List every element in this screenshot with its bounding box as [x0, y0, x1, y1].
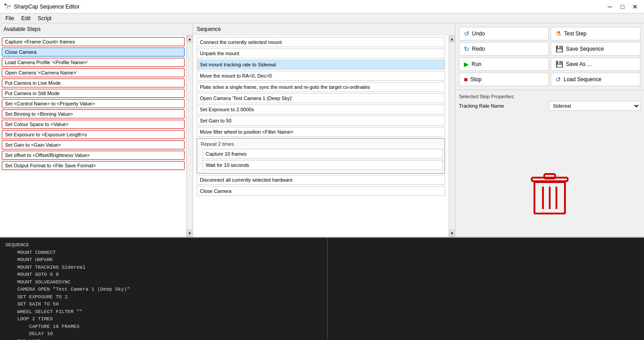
steps-scroll: Capture <Frame Count> frames Close Camer… [0, 35, 193, 237]
step-put-still-mode[interactable]: Put Camera in Still Mode [2, 89, 185, 98]
seq-item-after-1[interactable]: Close Camera [197, 186, 445, 196]
seq-item-4[interactable]: Plate solve a single frame, sync the mou… [197, 82, 445, 92]
run-icon: ▶ [464, 61, 469, 68]
menu-file[interactable]: File [2, 14, 18, 22]
flask-icon: ⚗ [556, 30, 561, 37]
minimize-button[interactable]: ─ [604, 2, 615, 11]
sequence-header: Sequence [193, 23, 455, 35]
load-sequence-label: Load Sequence [564, 76, 601, 83]
step-set-binning[interactable]: Set Binning to <Binning Value> [2, 109, 185, 118]
close-button[interactable]: ✕ [630, 2, 640, 11]
test-step-label: Test Step [564, 31, 587, 37]
code-area-left: SEQUENCE MOUNT CONNECT MOUNT UNPARK MOUN… [0, 238, 328, 340]
sequence-panel: Sequence Connect the currently selected … [193, 23, 455, 237]
menu-bar: File Edit Script [0, 13, 644, 23]
save-sequence-label: Save Sequence [566, 46, 604, 52]
tracking-rate-select[interactable]: Sidereal Lunar Solar King [549, 101, 640, 111]
code-area-right [328, 238, 644, 340]
title-bar: 🔭 SharpCap Sequence Editor ─ □ ✕ [0, 0, 644, 13]
right-panel: ↺ Undo ⚗ Test Step ↻ Redo 💾 Save Sequenc… [455, 23, 644, 237]
step-load-camera-profile[interactable]: Load Camera Profile '<Profile Name>' [2, 58, 185, 67]
save-as-label: Save As ... [566, 61, 591, 67]
redo-button[interactable]: ↻ Redo [459, 42, 549, 56]
app-icon: 🔭 [4, 3, 11, 10]
step-set-exposure[interactable]: Set Exposure to <Exposure Length>s [2, 130, 185, 139]
seq-item-3[interactable]: Move the mount to RA=0, Dec=0 [197, 71, 445, 81]
repeat-item-0[interactable]: Capture 10 frames [203, 149, 443, 159]
toolbar: ↺ Undo ⚗ Test Step ↻ Redo 💾 Save Sequenc… [455, 23, 644, 90]
run-label: Run [472, 61, 481, 67]
save-icon: 💾 [556, 45, 563, 52]
step-capture-frames[interactable]: Capture <Frame Count> frames [2, 37, 185, 46]
menu-script[interactable]: Script [34, 14, 55, 22]
step-put-live-mode[interactable]: Put Camera in Live Mode [2, 78, 185, 87]
sequence-scroll: Connect the currently selected mount Unp… [193, 35, 449, 237]
properties-key: Tracking Rate Name [459, 103, 546, 109]
steps-scroll-down[interactable]: ▼ [187, 230, 193, 237]
steps-scroll-up[interactable]: ▲ [187, 35, 193, 43]
seq-item-8[interactable]: Move filter wheel to position <Filter Na… [197, 127, 445, 137]
step-set-control[interactable]: Set <Control Name> to <Property Value> [2, 99, 185, 108]
window-title: SharpCap Sequence Editor [14, 4, 604, 10]
load-sequence-button[interactable]: ↺ Load Sequence [551, 73, 640, 86]
step-set-output-format[interactable]: Set Output Format to <File Save Format> [2, 161, 185, 170]
save-as-icon: 💾 [556, 61, 563, 68]
save-as-button[interactable]: 💾 Save As ... [551, 57, 640, 71]
repeat-block: Repeat 2 times Capture 10 frames Wait fo… [197, 138, 445, 174]
seq-item-0[interactable]: Connect the currently selected mount [197, 37, 445, 47]
seq-item-after-0[interactable]: Disconnect all currently selected hardwa… [197, 175, 445, 185]
available-steps-header: Available Steps [0, 23, 193, 35]
properties-section: Selected Step Properties Tracking Rate N… [455, 90, 644, 158]
code-panel: SEQUENCE MOUNT CONNECT MOUNT UNPARK MOUN… [0, 237, 644, 340]
run-button[interactable]: ▶ Run [459, 57, 549, 71]
seq-item-5[interactable]: Open Camera 'Test Camera 1 (Deep Sky)' [197, 93, 445, 103]
undo-label: Undo [472, 31, 485, 37]
undo-button[interactable]: ↺ Undo [459, 27, 549, 40]
available-steps-panel: Available Steps Capture <Frame Count> fr… [0, 23, 193, 237]
redo-label: Redo [472, 46, 485, 52]
stop-icon: ■ [464, 76, 468, 83]
trash-area [455, 158, 644, 237]
step-set-colour-space[interactable]: Set Colour Space to <Value> [2, 120, 185, 129]
seq-scroll-up[interactable]: ▲ [449, 35, 455, 43]
step-open-camera[interactable]: Open Camera '<Camera Name>' [2, 68, 185, 77]
seq-item-6[interactable]: Set Exposure to 2.0000s [197, 105, 445, 114]
steps-list: Capture <Frame Count> frames Close Camer… [0, 35, 186, 237]
stop-button[interactable]: ■ Stop [459, 73, 549, 86]
undo-icon: ↺ [464, 30, 469, 37]
properties-header: Selected Step Properties [459, 94, 640, 99]
step-set-gain[interactable]: Set Gain to <Gain Value> [2, 140, 185, 149]
code-text: SEQUENCE MOUNT CONNECT MOUNT UNPARK MOUN… [5, 241, 322, 340]
redo-icon: ↻ [464, 45, 469, 52]
save-sequence-button[interactable]: 💾 Save Sequence [551, 42, 640, 56]
seq-item-2[interactable]: Set mount tracking rate to Sidereal [197, 60, 445, 70]
properties-row: Tracking Rate Name Sidereal Lunar Solar … [459, 101, 640, 111]
load-icon: ↺ [556, 76, 561, 83]
maximize-button[interactable]: □ [617, 2, 628, 11]
window-controls: ─ □ ✕ [604, 2, 640, 11]
test-step-button[interactable]: ⚗ Test Step [551, 27, 640, 40]
repeat-item-1[interactable]: Wait for 10 seconds [203, 160, 443, 170]
stop-label: Stop [470, 76, 481, 83]
main-area: Available Steps Capture <Frame Count> fr… [0, 23, 644, 237]
svg-rect-1 [544, 174, 555, 179]
step-close-camera[interactable]: Close Camera [2, 48, 185, 57]
step-set-offset[interactable]: Set offset to <Offset/Brightness Value> [2, 151, 185, 160]
repeat-header: Repeat 2 times [199, 140, 443, 148]
seq-scroll-down[interactable]: ▼ [449, 230, 455, 237]
seq-item-7[interactable]: Set Gain to 50 [197, 116, 445, 126]
seq-item-1[interactable]: Unpark the mount [197, 48, 445, 58]
trash-icon [527, 172, 572, 223]
menu-edit[interactable]: Edit [18, 14, 34, 22]
